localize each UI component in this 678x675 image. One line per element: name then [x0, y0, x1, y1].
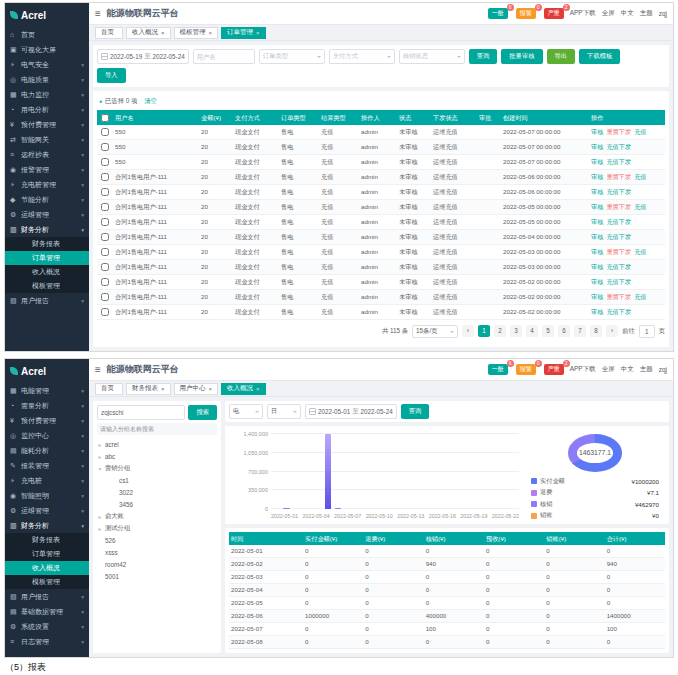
tree-node[interactable]: ▸ acrel [97, 438, 217, 450]
row-action-link[interactable]: 审核 [591, 218, 603, 225]
close-icon[interactable]: × [256, 386, 260, 392]
sidebar-item[interactable]: ▥ 财务分析 ▾ [5, 518, 89, 533]
row-checkbox[interactable] [101, 158, 109, 166]
sidebar-item[interactable]: 财务报表 [5, 237, 89, 251]
row-action-link[interactable]: 重置下发 [606, 293, 631, 300]
tab[interactable]: 模板管理 × [174, 27, 219, 39]
row-action-link[interactable]: 审核 [591, 143, 603, 150]
row-action-link[interactable]: 重置下发 [606, 173, 631, 180]
sidebar-item[interactable]: ⚙ 运维管理 ▾ [5, 207, 89, 222]
header-link[interactable]: 全屏 [602, 365, 615, 374]
sidebar-item[interactable]: ▦ 电力监控 ▾ [5, 87, 89, 102]
page-size-select[interactable]: 15条/页 [412, 325, 458, 338]
filter-select[interactable]: 支付方式 [329, 49, 395, 64]
table-row[interactable]: 合同1售电用户-11120现金支付售电充值admin未审核运维充值2022-05… [97, 185, 665, 200]
row-checkbox[interactable] [101, 143, 109, 151]
row-action-link[interactable]: 充值 [634, 293, 646, 300]
page-number-button[interactable]: 6 [558, 325, 570, 337]
row-checkbox[interactable] [101, 218, 109, 226]
table-row[interactable]: 合同1售电用户-11120现金支付售电充值admin未审核运维充值2022-05… [97, 245, 665, 260]
expand-arrow-icon[interactable]: ▸ [97, 525, 103, 532]
menu-icon[interactable]: ≡ [95, 8, 101, 19]
period-select[interactable]: 日 [267, 404, 301, 419]
legend-item[interactable]: 核销 ¥462970 [531, 500, 659, 509]
sidebar-item[interactable]: ⚡ 电气安全 ▾ [5, 57, 89, 72]
sidebar-item[interactable]: ▣ 可视化大屏 [5, 42, 89, 57]
tree-node[interactable]: 3022 [97, 486, 217, 498]
sidebar-item[interactable]: ▥ 财务分析 ▾ [5, 222, 89, 237]
sidebar-item[interactable]: ⚙ 运维管理 ▾ [5, 503, 89, 518]
sidebar-item[interactable]: ◔ 需量分析 ▾ [5, 398, 89, 413]
username-input[interactable] [193, 49, 255, 64]
group-search-input[interactable] [97, 405, 185, 420]
tree-node[interactable]: ▸ abc [97, 450, 217, 462]
export-button[interactable]: 导出 [547, 49, 576, 64]
sidebar-item[interactable]: ⚡ 充电桩管理 ▾ [5, 177, 89, 192]
row-checkbox[interactable] [101, 293, 109, 301]
sidebar-item[interactable]: ≡ 日志管理 ▾ [5, 634, 89, 649]
row-action-link[interactable]: 审核 [591, 188, 603, 195]
sidebar-item[interactable]: ◎ 监控中心 ▾ [5, 428, 89, 443]
sidebar-item[interactable]: ◔ 用电分析 ▾ [5, 102, 89, 117]
row-action-link[interactable]: 审核 [591, 203, 603, 210]
username[interactable]: zqj [659, 10, 667, 17]
date-range-picker[interactable]: 2022-05-01 至 2022-05-24 [305, 404, 397, 419]
column-header[interactable]: 状态 [397, 110, 431, 125]
table-row[interactable]: 合同1售电用户-11120现金支付售电充值admin未审核运维充值2022-05… [97, 275, 665, 290]
row-checkbox[interactable] [101, 278, 109, 286]
tree-node[interactable]: ▸ 俞大账 [97, 510, 217, 522]
sidebar-item[interactable]: ◉ 智能照明 ▾ [5, 488, 89, 503]
next-page-button[interactable]: › [606, 325, 618, 337]
header-link[interactable]: 中文 [621, 9, 634, 18]
sidebar-item[interactable]: ▤ 能耗分析 ▾ [5, 443, 89, 458]
table-row[interactable]: 合同1售电用户-11120现金支付售电充值admin未审核运维充值2022-05… [97, 305, 665, 320]
download-template-button[interactable]: 下载模板 [579, 49, 620, 64]
sidebar-item[interactable]: ◉ 报警管理 ▾ [5, 162, 89, 177]
header-link[interactable]: 全屏 [602, 9, 615, 18]
alarm-badge[interactable]: 报警 0 [516, 364, 536, 375]
expand-arrow-icon[interactable]: ▸ [97, 441, 103, 448]
tab[interactable]: 首页 [95, 27, 123, 39]
row-action-link[interactable]: 审核 [591, 293, 603, 300]
sidebar-item[interactable]: 订单管理 [5, 547, 89, 561]
row-action-link[interactable]: 充值 [634, 173, 646, 180]
row-action-link[interactable]: 充值下发 [606, 233, 631, 240]
header-link[interactable]: APP下载 [570, 365, 596, 374]
energy-type-select[interactable]: 电 [229, 404, 263, 419]
sidebar-item[interactable]: 收入概况 [5, 265, 89, 279]
alarm-badge[interactable]: 一般 6 [488, 8, 508, 19]
close-icon[interactable]: × [209, 386, 213, 392]
alarm-badge[interactable]: 严重 2 [544, 364, 564, 375]
username[interactable]: zqj [659, 366, 667, 373]
table-row[interactable]: 55020现金支付售电充值admin未审核运维充值2022-05-07 00:0… [97, 140, 665, 155]
sidebar-item[interactable]: 模板管理 [5, 279, 89, 293]
row-checkbox[interactable] [101, 248, 109, 256]
column-header[interactable]: 操作 [589, 110, 665, 125]
row-action-link[interactable]: 重置下发 [606, 203, 631, 210]
row-action-link[interactable]: 重置下发 [606, 128, 631, 135]
tree-node[interactable]: cs1 [97, 474, 217, 486]
alarm-badge[interactable]: 严重 2 [544, 8, 564, 19]
prev-page-button[interactable]: ‹ [462, 325, 474, 337]
row-action-link[interactable]: 充值下发 [606, 218, 631, 225]
tab[interactable]: 财务报表 × [126, 383, 171, 395]
sidebar-item[interactable]: ▤ 基础数据管理 ▾ [5, 604, 89, 619]
tree-search-button[interactable]: 搜索 [188, 405, 217, 420]
row-checkbox[interactable] [101, 203, 109, 211]
tab[interactable]: 收入概况 × [126, 27, 171, 39]
filter-select[interactable]: 核销状态 [399, 49, 465, 64]
page-number-button[interactable]: 4 [526, 325, 538, 337]
row-checkbox[interactable] [101, 263, 109, 271]
table-row[interactable]: 合同1售电用户-11120现金支付售电充值admin未审核运维充值2022-05… [97, 215, 665, 230]
tree-node[interactable]: 526 [97, 534, 217, 546]
close-icon[interactable]: × [161, 386, 165, 392]
filter-select[interactable]: 订单类型 [259, 49, 325, 64]
sidebar-item[interactable]: 财务报表 [5, 533, 89, 547]
sidebar-item[interactable]: ¥ 预付费管理 ▾ [5, 413, 89, 428]
page-number-button[interactable]: 7 [574, 325, 586, 337]
sidebar-item[interactable]: ⌂ 首页 [5, 27, 89, 42]
tree-node[interactable]: xsss [97, 546, 217, 558]
header-link[interactable]: APP下载 [570, 9, 596, 18]
import-button[interactable]: 导入 [97, 68, 126, 83]
row-action-link[interactable]: 充值下发 [606, 263, 631, 270]
